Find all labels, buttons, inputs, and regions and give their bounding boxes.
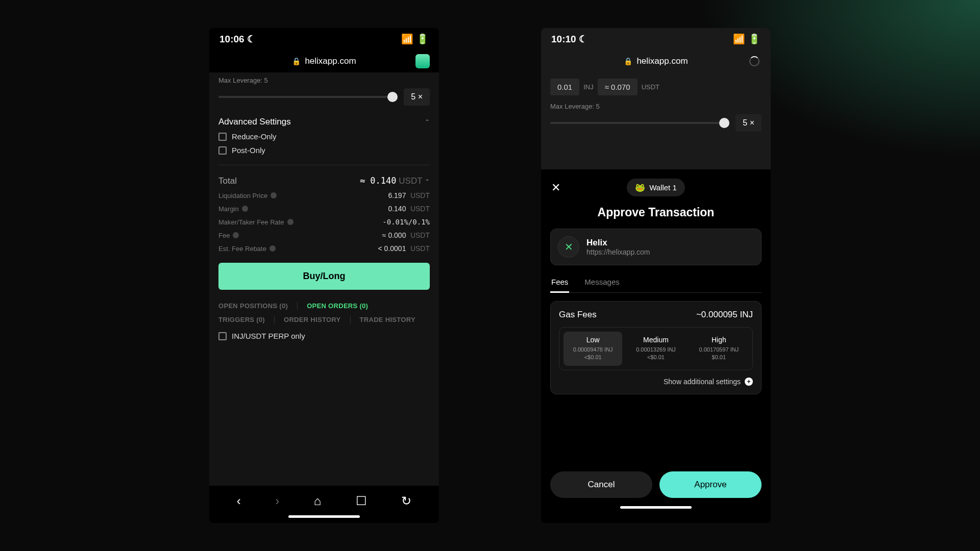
fee: Fee≈ 0.000 USDT [218, 231, 430, 239]
app-name: Helix [586, 238, 650, 248]
tab-trade-history[interactable]: TRADE HISTORY [360, 316, 415, 323]
tab-triggers[interactable]: TRIGGERS (0) [218, 316, 275, 323]
tab-messages[interactable]: Messages [583, 272, 620, 292]
close-icon[interactable]: ✕ [551, 181, 560, 194]
advanced-settings-toggle[interactable]: Advanced Settings ⌃ [218, 117, 430, 127]
browser-url-bar[interactable]: 🔒 helixapp.com [541, 50, 771, 72]
trading-panel: Max Leverage: 5 5 × Advanced Settings ⌃ … [209, 72, 439, 486]
url-text: helixapp.com [636, 56, 688, 66]
post-only-checkbox[interactable]: Post-Only [218, 146, 430, 155]
bookmark-icon[interactable]: ☐ [356, 494, 367, 508]
moon-icon: ☾ [579, 34, 587, 44]
time: 10:06 [219, 34, 244, 44]
chevron-up-icon: ⌃ [425, 118, 430, 126]
app-url: https://helixapp.com [586, 248, 650, 256]
tab-order-history[interactable]: ORDER HISTORY [284, 316, 351, 323]
liquidation-price: Liquidation Price6.197 USDT [218, 191, 430, 199]
home-indicator[interactable] [288, 515, 360, 518]
plus-icon: + [745, 378, 753, 386]
info-icon[interactable] [242, 206, 248, 212]
slider-thumb[interactable] [387, 92, 398, 102]
leverage-slider[interactable] [218, 96, 398, 98]
fees-card: Gas Fees ~0.000095 INJ Low0.00009478 INJ… [550, 301, 762, 394]
tab-fees[interactable]: Fees [550, 272, 569, 293]
lock-icon: 🔒 [624, 57, 632, 65]
chevron-up-icon: ⌃ [425, 178, 430, 185]
moon-icon: ☾ [247, 34, 256, 44]
time: 10:10 [551, 34, 576, 44]
perp-only-checkbox[interactable]: INJ/USDT PERP only [218, 332, 430, 340]
browser-nav: ‹ › ⌂ ☐ ↻ [209, 486, 439, 512]
reduce-only-checkbox[interactable]: Reduce-Only [218, 132, 430, 141]
app-card: ✕ Helix https://helixapp.com [550, 229, 762, 265]
total-row[interactable]: Total ≈ 0.140 USDT ⌃ [218, 176, 430, 186]
approve-button[interactable]: Approve [659, 471, 762, 498]
status-bar: 10:06 ☾ 📶🔋 [209, 28, 439, 50]
wallet-selector[interactable]: 🐸Wallet 1 [627, 179, 685, 196]
trading-screen: 10:06 ☾ 📶🔋 🔒 helixapp.com Max Leverage: … [209, 28, 439, 523]
back-icon[interactable]: ‹ [237, 494, 241, 508]
status-icons: 📶🔋 [401, 33, 429, 45]
modal-title: Approve Transaction [550, 206, 762, 219]
status-bar: 10:10 ☾ 📶🔋 [541, 28, 771, 50]
tab-open-orders[interactable]: OPEN ORDERS (0) [307, 302, 368, 310]
browser-url-bar[interactable]: 🔒 helixapp.com [209, 50, 439, 72]
frog-icon: 🐸 [635, 183, 645, 192]
wallet-approve-screen: 10:10 ☾ 📶🔋 🔒 helixapp.com 0.01 INJ ≈ 0.0… [541, 28, 771, 523]
leverage-value: 5 × [736, 114, 762, 132]
reload-icon[interactable]: ↻ [401, 494, 411, 508]
profile-avatar[interactable] [415, 54, 430, 68]
buy-long-button[interactable]: Buy/Long [218, 263, 430, 290]
fee-option-medium[interactable]: Medium0.00013269 INJ<$0.01 [626, 332, 685, 366]
fee-option-low[interactable]: Low0.00009478 INJ<$0.01 [564, 332, 622, 366]
tab-open-positions[interactable]: OPEN POSITIONS (0) [218, 302, 298, 310]
fee-option-high[interactable]: High0.00170597 INJ$0.01 [690, 332, 748, 366]
url-text: helixapp.com [305, 56, 356, 66]
margin: Margin0.140 USDT [218, 205, 430, 213]
home-icon[interactable]: ⌂ [314, 494, 322, 508]
loading-spinner-icon [749, 56, 760, 66]
info-icon[interactable] [270, 245, 276, 252]
info-icon[interactable] [233, 232, 239, 238]
leverage-value[interactable]: 5 × [404, 88, 430, 106]
lock-icon: 🔒 [292, 57, 301, 65]
info-icon[interactable] [287, 219, 293, 225]
gas-fees-label: Gas Fees [559, 310, 597, 320]
cancel-button[interactable]: Cancel [550, 471, 652, 498]
max-leverage-label: Max Leverage: 5 [550, 103, 762, 110]
fee-rebate: Est. Fee Rebate< 0.0001 USDT [218, 244, 430, 253]
show-additional-settings[interactable]: Show additional settings+ [559, 378, 753, 386]
home-indicator[interactable] [620, 506, 692, 509]
helix-logo-icon: ✕ [558, 236, 579, 258]
info-icon[interactable] [271, 192, 277, 198]
background-trading-panel: 0.01 INJ ≈ 0.070 USDT Max Leverage: 5 5 … [541, 72, 771, 169]
fee-rate: Maker/Taker Fee Rate-0.01%/0.1% [218, 218, 430, 226]
forward-icon[interactable]: › [275, 494, 279, 508]
leverage-slider [550, 122, 729, 124]
status-icons: 📶🔋 [733, 33, 761, 45]
max-leverage-label: Max Leverage: 5 [218, 77, 430, 84]
gas-fees-value: ~0.000095 INJ [696, 310, 753, 320]
approve-modal: ✕ 🐸Wallet 1 Approve Transaction ✕ Helix … [541, 169, 771, 523]
